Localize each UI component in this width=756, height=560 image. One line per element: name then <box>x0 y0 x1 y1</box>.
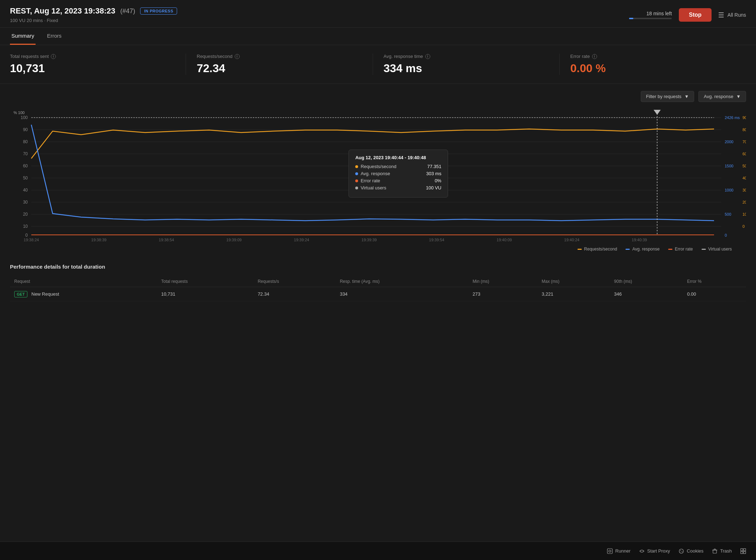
legend-dot-rps <box>577 249 582 250</box>
metric-label-rps: Requests/second i <box>197 54 362 59</box>
metric-label-avg: Avg. response time i <box>384 54 549 59</box>
col-min: Min (ms) <box>468 276 537 287</box>
page-title: REST, Aug 12, 2023 19:38:23 <box>10 6 115 16</box>
all-runs-label: All Runs <box>728 12 746 18</box>
col-max: Max (ms) <box>537 276 609 287</box>
svg-rect-2 <box>719 17 724 17</box>
avg-response-dropdown[interactable]: Avg. response ▼ <box>698 91 746 102</box>
header-right: 18 mins left Stop All Runs <box>629 8 746 22</box>
svg-text:19:39:54: 19:39:54 <box>429 238 444 242</box>
svg-rect-0 <box>719 12 724 13</box>
tooltip-dot-avg <box>355 172 358 175</box>
run-id: (#47) <box>120 7 135 15</box>
svg-text:80: 80 <box>23 139 28 144</box>
svg-text:90: 90 <box>23 127 28 132</box>
legend-avg: Avg. response <box>625 247 660 252</box>
svg-text:20: 20 <box>742 200 746 204</box>
svg-text:1000: 1000 <box>725 188 733 192</box>
svg-rect-65 <box>744 549 746 551</box>
col-p90: 90th (ms) <box>610 276 683 287</box>
tooltip-dot-rps <box>355 165 358 168</box>
cell-resp: 334 <box>336 287 468 301</box>
col-request: Request <box>10 276 157 287</box>
trash-button[interactable]: Trash <box>712 548 732 554</box>
filter-by-requests-dropdown[interactable]: Filter by requests ▼ <box>641 91 694 102</box>
svg-rect-64 <box>741 549 743 551</box>
performance-section: Performance details for total duration R… <box>0 255 756 310</box>
svg-rect-1 <box>719 15 724 15</box>
proxy-icon <box>639 548 645 554</box>
cookies-button[interactable]: Cookies <box>678 548 703 554</box>
legend-dot-err <box>668 249 672 250</box>
svg-text:2426 ms: 2426 ms <box>725 115 740 120</box>
header: REST, Aug 12, 2023 19:38:23 (#47) IN PRO… <box>0 0 756 28</box>
svg-text:19:39:24: 19:39:24 <box>294 238 309 242</box>
svg-text:20: 20 <box>23 212 28 217</box>
stop-button[interactable]: Stop <box>679 8 712 22</box>
grid-icon <box>740 548 746 554</box>
metric-value-avg: 334 ms <box>384 62 549 75</box>
col-error-pct: Error % <box>683 276 746 287</box>
svg-text:40: 40 <box>742 176 746 180</box>
legend-dot-vu <box>702 249 706 250</box>
grid-button[interactable] <box>740 548 746 554</box>
tooltip-row-vu: Virtual users 100 VU <box>355 185 441 190</box>
svg-text:0: 0 <box>725 233 727 237</box>
chevron-down-icon: ▼ <box>684 94 689 99</box>
svg-text:90 req/s: 90 req/s <box>742 115 746 120</box>
info-icon-error: i <box>592 54 597 59</box>
subtitle: 100 VU 20 mins · Fixed <box>10 18 177 23</box>
metric-value-rps: 72.34 <box>197 62 362 75</box>
cell-total: 10,731 <box>157 287 253 301</box>
svg-text:0: 0 <box>25 233 28 238</box>
metric-avg-response: Avg. response time i 334 ms <box>384 54 560 75</box>
start-proxy-button[interactable]: Start Proxy <box>639 548 670 554</box>
svg-text:40: 40 <box>23 188 28 193</box>
trash-label: Trash <box>720 548 732 554</box>
cell-min: 273 <box>468 287 537 301</box>
svg-text:60: 60 <box>23 163 28 168</box>
method-badge: GET <box>14 291 27 297</box>
chart-tooltip: Aug 12, 2023 19:40:44 - 19:40:48 Request… <box>348 150 448 198</box>
tooltip-val-err: 0% <box>435 178 441 183</box>
type: Fixed <box>47 18 58 23</box>
tooltip-dot-err <box>355 179 358 182</box>
info-icon-total: i <box>51 54 56 59</box>
svg-point-55 <box>609 550 611 552</box>
bottom-bar: Runner Start Proxy Cookies Trash <box>0 542 756 560</box>
cell-error: 0.00 <box>683 287 746 301</box>
tab-summary[interactable]: Summary <box>10 28 36 45</box>
start-proxy-label: Start Proxy <box>647 548 670 554</box>
metric-label-total: Total requests sent i <box>10 54 175 59</box>
table-row: GET New Request 10,731 72.34 334 273 3,2… <box>10 287 746 301</box>
runner-label: Runner <box>615 548 630 554</box>
chart-controls: Filter by requests ▼ Avg. response ▼ <box>10 91 746 102</box>
performance-table: Request Total requests Requests/s Resp. … <box>10 276 746 301</box>
legend-vu: Virtual users <box>702 247 732 252</box>
tooltip-title: Aug 12, 2023 19:40:44 - 19:40:48 <box>355 155 441 160</box>
progress-bar-container <box>629 18 672 19</box>
svg-point-57 <box>680 550 681 551</box>
svg-text:19:40:39: 19:40:39 <box>632 238 647 242</box>
col-resp: Resp. time (Avg. ms) <box>336 276 468 287</box>
svg-text:60: 60 <box>742 152 746 156</box>
metric-value-total: 10,731 <box>10 62 175 75</box>
header-left: REST, Aug 12, 2023 19:38:23 (#47) IN PRO… <box>10 6 177 23</box>
cell-request: GET New Request <box>10 287 157 301</box>
performance-title: Performance details for total duration <box>10 264 746 270</box>
svg-text:10: 10 <box>742 212 746 216</box>
tooltip-label-vu: Virtual users <box>355 185 386 190</box>
chart-container: 100 90 80 70 60 50 40 30 20 10 0 % 100 2… <box>10 107 746 243</box>
col-total: Total requests <box>157 276 253 287</box>
svg-text:19:40:09: 19:40:09 <box>497 238 512 242</box>
metric-value-error: 0.00 % <box>570 62 735 75</box>
mins-left-text: 18 mins left <box>646 11 672 16</box>
all-runs-link[interactable]: All Runs <box>719 12 746 18</box>
legend-err: Error rate <box>668 247 693 252</box>
tab-errors[interactable]: Errors <box>46 28 63 45</box>
runner-button[interactable]: Runner <box>607 548 630 554</box>
svg-text:0: 0 <box>742 224 745 228</box>
chart-legend: Requests/second Avg. response Error rate… <box>10 247 746 252</box>
svg-point-56 <box>679 549 683 553</box>
svg-text:70: 70 <box>23 151 28 156</box>
